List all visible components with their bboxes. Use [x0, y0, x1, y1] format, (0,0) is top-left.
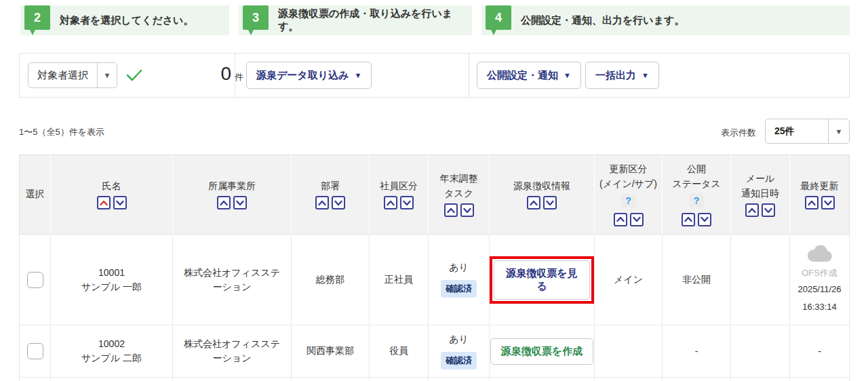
sort-down-icon[interactable]	[460, 203, 474, 217]
view-withholding-slip-button[interactable]: 源泉徴収票を見る	[494, 260, 590, 300]
col-label: 所属事業所	[208, 180, 256, 193]
page-size-value: 25件	[766, 125, 828, 138]
sort-up-icon[interactable]	[805, 196, 818, 209]
office-cell: 株式会社オフィスステーション	[173, 325, 292, 378]
col-label: メール	[746, 172, 775, 185]
employee-type-cell: 正社員	[370, 235, 429, 325]
employee-code: 10002	[51, 337, 172, 351]
step-label: 対象者を選択してください。	[60, 5, 193, 35]
sort-up-icon[interactable]	[444, 203, 458, 217]
name-cell: 10002 サンプル 二郎	[51, 325, 173, 378]
sort-down-icon[interactable]	[821, 196, 835, 209]
toolbar: 対象者選択 ▼ 0件 源泉データ取り込み ▼ 公開設定・通知 ▼ 一括出力 ▼	[19, 53, 850, 98]
sort-down-icon[interactable]	[543, 196, 557, 209]
step-banner-3: 3 源泉徴収票の作成・取り込みを行います。	[239, 5, 472, 35]
sort-down-icon[interactable]	[698, 213, 711, 226]
selected-count-number: 0	[220, 63, 231, 84]
last-update-source: OFS作成	[802, 267, 837, 279]
withholding-info-cell: 源泉徴収票を作成	[490, 325, 595, 378]
sort-up-icon[interactable]	[315, 196, 329, 209]
sort-up-icon[interactable]	[527, 196, 540, 209]
selected-count: 0件	[172, 63, 243, 85]
step-number-badge: 2	[24, 5, 50, 30]
col-label: (メイン/サブ)	[599, 178, 657, 190]
export-button-label: 一括出力	[595, 69, 636, 82]
office-name: 株式会社オフィスステーション	[173, 337, 291, 365]
sort-up-icon[interactable]	[614, 213, 627, 226]
col-header-department: 部署	[292, 155, 370, 235]
step-number-badge: 3	[243, 5, 269, 30]
sort-down-icon[interactable]	[332, 196, 345, 209]
sort-up-icon[interactable]	[745, 203, 759, 217]
last-update-cell: OFS作成 2025/11/26 16:33:14	[790, 235, 850, 325]
toolbar-divider	[235, 54, 235, 97]
sort-up-icon[interactable]	[97, 196, 111, 209]
result-range-text: 1〜5（全5）件を表示	[19, 126, 104, 138]
chevron-down-icon: ▼	[829, 127, 849, 136]
sort-down-icon[interactable]	[762, 203, 775, 217]
publish-notify-dropdown[interactable]: 公開設定・通知 ▼	[477, 62, 581, 89]
col-header-name: 氏名	[51, 155, 173, 235]
chevron-down-icon: ▼	[354, 71, 361, 79]
task-status: あり	[429, 334, 489, 346]
toolbar-divider	[469, 54, 469, 97]
col-label: ステータス	[672, 178, 720, 190]
col-header-employee-type: 社員区分	[370, 155, 429, 235]
withholding-info-cell: 源泉徴収票を見る	[490, 235, 595, 325]
office-cell: 株式会社オフィスステーション	[173, 235, 292, 325]
create-withholding-slip-button[interactable]: 源泉徴収票を作成	[490, 338, 593, 365]
sort-up-icon[interactable]	[682, 213, 695, 226]
chevron-down-icon: ▼	[564, 71, 571, 79]
chevron-down-icon: ▼	[642, 71, 649, 79]
col-label: 部署	[321, 180, 340, 193]
col-label: 最終更新	[801, 180, 839, 193]
table-row-partial	[19, 378, 850, 381]
employee-name: サンプル 一郎	[51, 280, 172, 294]
sort-up-icon[interactable]	[217, 196, 231, 209]
sort-down-icon[interactable]	[630, 213, 644, 226]
step-label: 公開設定・通知、出力を行います。	[521, 5, 684, 35]
row-checkbox[interactable]	[27, 272, 43, 288]
table-row: 10002 サンプル 二郎 株式会社オフィスステーション 関西事業部 役員 あり…	[19, 325, 850, 378]
last-update-date: 2025/11/26	[797, 282, 841, 297]
employee-table: 選択 氏名 所属事業所 部署	[19, 155, 850, 381]
help-icon[interactable]: ?	[621, 194, 636, 207]
target-select-label: 対象者選択	[28, 63, 97, 87]
yearend-task-cell: あり 確認済	[429, 235, 490, 325]
col-header-last-update: 最終更新	[790, 155, 850, 235]
select-cell	[19, 235, 51, 325]
import-withholding-data-dropdown[interactable]: 源泉データ取り込み ▼	[246, 62, 372, 89]
mail-date-cell	[731, 325, 790, 378]
import-button-label: 源泉データ取り込み	[256, 69, 349, 82]
col-label: 公開	[687, 163, 706, 176]
sort-down-icon[interactable]	[400, 196, 414, 209]
department-cell: 関西事業部	[292, 325, 370, 378]
update-type-cell	[595, 325, 663, 378]
sort-down-icon[interactable]	[233, 196, 247, 209]
page-size-dropdown[interactable]: 25件 ▼	[765, 119, 850, 144]
col-label: 選択	[26, 188, 45, 199]
col-header-withholding-info: 源泉徴収情報	[490, 155, 595, 235]
employee-type-cell: 役員	[370, 325, 429, 378]
office-name: 株式会社オフィスステーション	[173, 266, 291, 294]
row-checkbox[interactable]	[27, 343, 43, 359]
step-banner-4: 4 公開設定・通知、出力を行います。	[481, 5, 850, 35]
col-label: 社員区分	[380, 180, 418, 193]
check-icon	[126, 68, 142, 85]
confirmed-badge: 確認済	[441, 352, 477, 369]
step-label: 源泉徴収票の作成・取り込みを行います。	[278, 5, 472, 35]
sort-down-icon[interactable]	[113, 196, 127, 209]
col-label: 更新区分	[610, 163, 648, 176]
help-icon[interactable]: ?	[689, 194, 704, 207]
chevron-down-icon: ▼	[98, 71, 117, 79]
last-update-cell: -	[790, 325, 850, 378]
col-label: 源泉徴収情報	[513, 180, 570, 193]
col-header-select: 選択	[19, 155, 51, 235]
employee-code: 10001	[51, 266, 172, 280]
name-cell: 10001 サンプル 一郎	[51, 235, 173, 325]
task-status: あり	[429, 262, 489, 274]
step-banner-2: 2 対象者を選択してください。	[20, 5, 229, 35]
sort-up-icon[interactable]	[384, 196, 397, 209]
bulk-export-dropdown[interactable]: 一括出力 ▼	[585, 62, 659, 89]
target-select-dropdown[interactable]: 対象者選択 ▼	[28, 62, 117, 88]
